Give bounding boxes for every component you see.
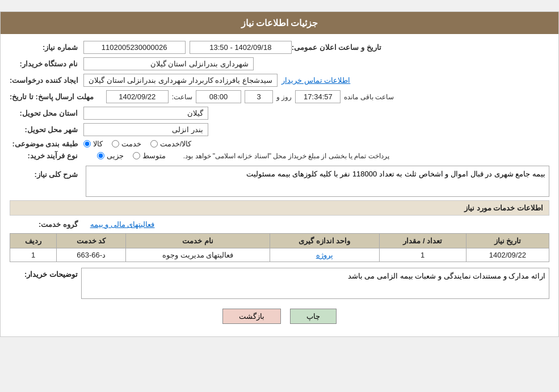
- announcement-value: 1402/09/18 - 13:50: [190, 41, 292, 54]
- col-service-code: کد خدمت: [57, 234, 126, 248]
- service-group-row: فعالیتهای مالی و بیمه گروه خدمت:: [10, 220, 549, 229]
- process-note: پرداخت تمام یا بخشی از مبلغ خریداز محل "…: [183, 152, 389, 160]
- deadline-days: 3: [245, 90, 273, 103]
- deadline-row: ساعت باقی مانده 17:34:57 روز و 3 08:00 س…: [10, 90, 549, 103]
- category-kala-label: کالا: [93, 140, 103, 148]
- need-number-row: تاریخ و ساعت اعلان عمومی: 1402/09/18 - 1…: [10, 41, 549, 54]
- category-label: طبقه بندی موضوعی:: [10, 140, 78, 148]
- buyer-notes-label: توضیحات خریدار:: [10, 268, 78, 279]
- cell-row: 1: [10, 248, 57, 262]
- city-row: بندر انزلی شهر محل تحویل:: [10, 123, 549, 136]
- main-content: تاریخ و ساعت اعلان عمومی: 1402/09/18 - 1…: [1, 34, 558, 336]
- need-number-label: شماره نیاز:: [10, 43, 78, 52]
- process-jozei-radio[interactable]: [97, 152, 104, 159]
- category-group: کالا/خدمت خدمت کالا: [83, 140, 192, 148]
- col-date: تاریخ نیاز: [466, 234, 549, 248]
- buyer-org-value: شهرداری بندرانزلی استان گیلان: [83, 57, 254, 70]
- announcement-label: تاریخ و ساعت اعلان عمومی:: [292, 43, 381, 52]
- process-jozei-label: جزیی: [107, 151, 124, 160]
- process-motaset-radio[interactable]: [133, 152, 140, 159]
- cell-unit: پروژه: [270, 248, 379, 262]
- services-table: تاریخ نیاز تعداد / مقدار واحد اندازه گیر…: [10, 233, 549, 262]
- province-label: استان محل تحویل:: [10, 109, 78, 117]
- buyer-notes-section: توضیحات خریدار:: [10, 268, 549, 301]
- category-row: کالا/خدمت خدمت کالا طبقه بندی موضوعی:: [10, 140, 549, 148]
- category-khadamat-item: خدمت: [112, 140, 141, 148]
- need-number-value: 1102005230000026: [83, 41, 186, 54]
- page-wrapper: جزئیات اطلاعات نیاز تاریخ و ساعت اعلان ع…: [0, 11, 559, 337]
- creator-row: اطلاعات تماس خریدار سیدشجاع یافرزاده کار…: [10, 74, 549, 87]
- buyer-org-label: نام دستگاه خریدار:: [10, 60, 78, 68]
- cell-service-code: د-66-663: [57, 248, 126, 262]
- process-row: پرداخت تمام یا بخشی از مبلغ خریداز محل "…: [10, 151, 549, 160]
- back-button[interactable]: بازگشت: [222, 309, 281, 324]
- buyer-notes-textarea[interactable]: [81, 268, 549, 299]
- deadline-time-label: ساعت:: [172, 93, 192, 101]
- deadline-time: 08:00: [196, 90, 241, 103]
- province-value: گیلان: [83, 107, 208, 120]
- service-group-value[interactable]: فعالیتهای مالی و بیمه: [90, 220, 155, 229]
- table-header-row: تاریخ نیاز تعداد / مقدار واحد اندازه گیر…: [10, 234, 549, 248]
- creator-value: سیدشجاع یافرزاده کاربردار شهرداری بندران…: [83, 74, 278, 87]
- button-row: چاپ بازگشت: [10, 309, 549, 324]
- province-row: گیلان استان محل تحویل:: [10, 107, 549, 120]
- category-kala-khadamat-item: کالا/خدمت: [150, 140, 192, 148]
- process-motaset-label: متوسط: [142, 151, 166, 160]
- process-label: نوع فرآیند خرید:: [10, 151, 78, 160]
- process-motaset-item: متوسط: [133, 151, 166, 160]
- buyer-org-row: شهرداری بندرانزلی استان گیلان نام دستگاه…: [10, 57, 549, 70]
- table-row: 1402/09/22 1 پروژه فعالیتهای مدیریت وجوه…: [10, 248, 549, 262]
- need-summary-label: شرح کلی نیاز:: [10, 166, 78, 179]
- cell-quantity: 1: [379, 248, 466, 262]
- category-kala-radio[interactable]: [83, 140, 91, 147]
- city-label: شهر محل تحویل:: [10, 125, 78, 134]
- cell-service-name: فعالیتهای مدیریت وجوه: [126, 248, 270, 262]
- cell-date: 1402/09/22: [466, 248, 549, 262]
- service-group-label: گروه خدمت:: [10, 220, 78, 229]
- creator-link[interactable]: اطلاعات تماس خریدار: [281, 76, 350, 85]
- col-service-name: نام خدمت: [126, 234, 270, 248]
- process-group: متوسط جزیی: [97, 151, 166, 160]
- remaining-label: ساعت باقی مانده: [344, 93, 394, 101]
- col-unit: واحد اندازه گیری: [270, 234, 379, 248]
- days-label: روز و: [276, 93, 292, 101]
- city-value: بندر انزلی: [83, 123, 208, 136]
- category-kala-item: کالا: [83, 140, 103, 148]
- deadline-date: 1402/09/22: [106, 90, 169, 103]
- page-title: جزئیات اطلاعات نیاز: [1, 12, 558, 34]
- creator-label: ایجاد کننده درخواست:: [10, 76, 78, 85]
- deadline-label: مهلت ارسال پاسخ: تا تاریخ:: [10, 92, 94, 101]
- category-khadamat-radio[interactable]: [112, 140, 119, 147]
- need-summary-textarea[interactable]: [86, 166, 549, 197]
- col-quantity: تعداد / مقدار: [379, 234, 466, 248]
- category-kala-khadamat-radio[interactable]: [150, 140, 158, 147]
- process-jozei-item: جزیی: [97, 151, 124, 160]
- services-section-title: اطلاعات خدمات مورد نیاز: [10, 200, 549, 216]
- col-row: ردیف: [10, 234, 57, 248]
- remaining-time: 17:34:57: [295, 90, 341, 103]
- category-kala-khadamat-label: کالا/خدمت: [160, 140, 192, 148]
- category-khadamat-label: خدمت: [121, 140, 141, 148]
- print-button[interactable]: چاپ: [290, 309, 337, 324]
- need-summary-section: شرح کلی نیاز:: [10, 166, 549, 197]
